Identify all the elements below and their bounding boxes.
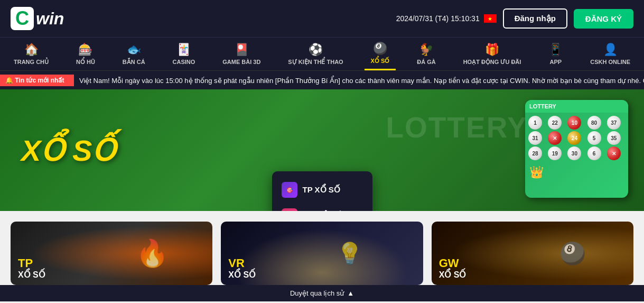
nav-item-game-bai-3d[interactable]: 🎴 GAME BÀI 3D (216, 39, 267, 69)
nav-label-da-ga: ĐÁ GÀ (417, 59, 435, 65)
nav-label-hoat-dong-uu-dai: HOẠT ĐỘNG ƯU ĐÃI (463, 59, 521, 66)
ticker-label: 🔔 Tin tức mới nhất (0, 75, 74, 86)
nav-item-no-hu[interactable]: 🎰 NỔ HŨ (70, 39, 101, 70)
vr-icon: VR (282, 208, 297, 211)
lottery-balls-grid: 1 22 10 80 37 31 ✕ 24 5 35 28 19 30 6 ✕ (525, 113, 628, 163)
support-icon: 👤 (603, 43, 618, 57)
nav-label-cskh-online: CSKH ONLINE (590, 59, 630, 65)
register-button[interactable]: ĐĂNG KÝ (574, 9, 633, 29)
nav-label-game-bai-3d: GAME BÀI 3D (222, 59, 260, 65)
ball-7: ✕ (548, 131, 562, 145)
lottery-card-display: LOTTERY 1 22 10 80 37 31 ✕ 24 5 35 28 19… (525, 100, 628, 198)
nav-label-casino: CASINO (173, 59, 195, 65)
datetime-display: 2024/07/31 (T4) 15:10:31 (396, 14, 497, 23)
datetime-text: 2024/07/31 (T4) 15:10:31 (396, 14, 480, 23)
gw-subtype: XỔ SỐ (439, 270, 466, 280)
ball-3: 10 (567, 116, 581, 130)
tp-icon: 🎯 (282, 182, 297, 198)
lottery-visual: LOTTERY LOTTERY 1 22 10 80 37 31 ✕ 24 5 … (412, 95, 633, 206)
hero-banner: XỔ SỐ LOTTERY LOTTERY 1 22 10 80 37 31 ✕… (0, 89, 644, 211)
lottery-icon: 🎱 (373, 42, 387, 56)
nav-label-app: APP (550, 59, 562, 65)
vr-type: VR (228, 257, 256, 270)
dropdown-label-tp: TP XỔ SỐ (303, 185, 340, 195)
ball-10: 35 (607, 131, 621, 145)
nav-item-casino[interactable]: 🃏 CASINO (166, 39, 202, 69)
nav-label-xo-so: XỔ SỐ (371, 58, 390, 65)
lottery-crown: 👑 (525, 163, 628, 181)
tp-card-visual: 🔥 (91, 222, 212, 285)
tp-type: TP (18, 257, 45, 270)
logo[interactable]: C win (11, 7, 64, 30)
ball-12: 19 (548, 146, 562, 160)
nav-item-da-ga[interactable]: 🐓 ĐÁ GÀ (410, 39, 442, 69)
nav-item-ban-ca[interactable]: 🐟 BẮN CÁ (116, 39, 152, 70)
tp-subtype: XỔ SỐ (18, 270, 45, 280)
gift-icon: 🎁 (485, 43, 499, 57)
header: C win 2024/07/31 (T4) 15:10:31 Đăng nhập… (0, 0, 644, 37)
gw-card-visual: 🎱 (512, 222, 633, 285)
gw-type: GW (439, 257, 466, 270)
xo-so-dropdown: 🎯 TP XỔ SỐ VR VR XỔ SỐ GW GW XỔ SỐ WINWI… (272, 171, 372, 211)
game-card-gw[interactable]: 🎱 GW XỔ SỐ (432, 222, 633, 285)
fish-icon: 🐟 (127, 43, 141, 57)
lottery-card-header: LOTTERY (525, 100, 628, 113)
cards-icon: 🎴 (235, 43, 249, 57)
ball-2: 22 (548, 116, 562, 130)
gw-card-label: GW XỔ SỐ (439, 257, 466, 280)
nav-item-app[interactable]: 📱 APP (542, 39, 569, 69)
nav-label-trang-chu: TRANG CHỦ (14, 59, 49, 66)
nav-item-xo-so[interactable]: 🎱 XỔ SỐ (365, 38, 396, 70)
nav-item-su-kien-the-thao[interactable]: ⚽ SỰ KIỆN THỂ THAO (282, 39, 349, 70)
ball-14: 6 (587, 146, 601, 160)
sports-icon: ⚽ (309, 43, 323, 57)
login-button[interactable]: Đăng nhập (503, 8, 567, 29)
vr-subtype: XỔ SỐ (228, 270, 256, 280)
app-icon: 📱 (548, 43, 563, 57)
ball-11: 28 (528, 146, 542, 160)
lottery-bg-text: LOTTERY (386, 111, 528, 144)
chevron-up-icon: ▲ (347, 289, 354, 297)
crown-icon: 👑 (529, 166, 544, 179)
ticker-text: Việt Nam! Mỗi ngày vào lúc 15:00 hệ thốn… (79, 77, 644, 85)
logo-c-letter: C (11, 7, 34, 30)
vr-card-label: VR XỔ SỐ (228, 257, 256, 280)
game-card-tp[interactable]: 🔥 TP XỔ SỐ (11, 222, 212, 285)
nav-item-trang-chu[interactable]: 🏠 TRANG CHỦ (7, 39, 55, 70)
ball-13: 30 (567, 146, 581, 160)
hero-text-block: XỔ SỐ (21, 133, 115, 168)
ball-15: ✕ (607, 146, 621, 160)
vn-flag-icon (484, 14, 497, 23)
ball-1: 1 (528, 116, 542, 130)
game-card-vr[interactable]: 💡 VR XỔ SỐ (221, 222, 423, 285)
dropdown-item-tp[interactable]: 🎯 TP XỔ SỐ (272, 177, 372, 203)
tp-card-label: TP XỔ SỐ (18, 257, 45, 280)
history-text: Duyệt qua lịch sử (290, 289, 344, 297)
home-icon: 🏠 (24, 43, 39, 57)
ball-9: 5 (587, 131, 601, 145)
ball-4: 80 (587, 116, 601, 130)
nav-item-hoat-dong-uu-dai[interactable]: 🎁 HOẠT ĐỘNG ƯU ĐÃI (457, 39, 528, 70)
nav-label-ban-ca: BẮN CÁ (123, 59, 145, 66)
dropdown-item-vr[interactable]: VR VR XỔ SỐ (272, 203, 372, 211)
nav-label-su-kien-the-thao: SỰ KIỆN THỂ THAO (288, 59, 343, 66)
nav-label-no-hu: NỔ HŨ (76, 59, 95, 66)
main-nav: 🏠 TRANG CHỦ 🎰 NỔ HŨ 🐟 BẮN CÁ 🃏 CASINO 🎴 … (0, 37, 644, 70)
nav-item-cskh-online[interactable]: 👤 CSKH ONLINE (584, 39, 637, 69)
history-bar[interactable]: Duyệt qua lịch sử ▲ (0, 285, 644, 301)
ball-8: 24 (567, 131, 581, 145)
rooster-icon: 🐓 (419, 43, 433, 57)
vr-card-visual: 💡 (282, 227, 418, 280)
ball-6: 31 (528, 131, 542, 145)
logo-win-text: win (36, 9, 64, 29)
news-ticker: 🔔 Tin tức mới nhất Việt Nam! Mỗi ngày và… (0, 70, 644, 89)
casino-icon: 🃏 (176, 43, 191, 57)
game-cards-section: 🔥 TP XỔ SỐ 💡 VR XỔ SỐ 🎱 GW XỔ SỐ (0, 211, 644, 285)
slot-icon: 🎰 (78, 43, 92, 57)
header-right: 2024/07/31 (T4) 15:10:31 Đăng nhập ĐĂNG … (396, 8, 633, 29)
ball-5: 37 (607, 116, 621, 130)
hero-title: XỔ SỐ (21, 133, 115, 168)
